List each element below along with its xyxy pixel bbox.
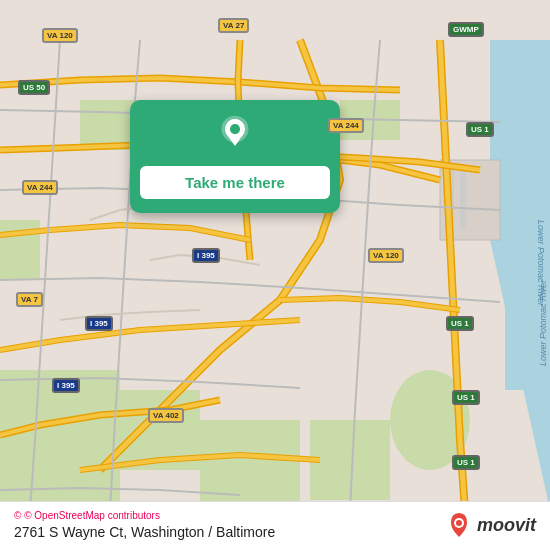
shield-us1-mid: US 1 — [446, 316, 474, 331]
popup-card: Take me there — [130, 100, 340, 213]
shield-i395-mid: I 395 — [192, 248, 220, 263]
shield-va244-left: VA 244 — [22, 180, 58, 195]
address-text: 2761 S Wayne Ct, Washington / Baltimore — [14, 524, 275, 540]
moovit-logo: moovit — [445, 511, 536, 539]
shield-va7: VA 7 — [16, 292, 43, 307]
shield-us1-lower1: US 1 — [452, 390, 480, 405]
copyright-symbol: © — [14, 510, 21, 521]
shield-i395-lower: I 395 — [85, 316, 113, 331]
footer-left: © © OpenStreetMap contributors 2761 S Wa… — [14, 510, 275, 540]
shield-va27: VA 27 — [218, 18, 249, 33]
shield-us50: US 50 — [18, 80, 50, 95]
shield-va120-mid: VA 120 — [368, 248, 404, 263]
shield-i395-bottom: I 395 — [52, 378, 80, 393]
location-pin-icon — [214, 114, 256, 156]
svg-rect-7 — [310, 420, 390, 500]
svg-rect-10 — [460, 170, 466, 230]
footer: © © OpenStreetMap contributors 2761 S Wa… — [0, 501, 550, 550]
shield-va120-top: VA 120 — [42, 28, 78, 43]
moovit-pin-icon — [445, 511, 473, 539]
svg-point-16 — [456, 520, 462, 526]
shield-us1-lower2: US 1 — [452, 455, 480, 470]
water-label-display: Lower Potomac River — [536, 220, 546, 306]
attribution: © © OpenStreetMap contributors — [14, 510, 275, 521]
svg-point-14 — [230, 124, 240, 134]
svg-rect-6 — [200, 420, 300, 510]
shield-us1-top: US 1 — [466, 122, 494, 137]
moovit-text: moovit — [477, 515, 536, 536]
shield-va402: VA 402 — [148, 408, 184, 423]
attribution-text: © OpenStreetMap contributors — [24, 510, 160, 521]
shield-gwmp: GWMP — [448, 22, 484, 37]
map-container: VA 120 VA 27 GWMP US 50 VA 244 US 1 VA 2… — [0, 0, 550, 550]
take-me-there-button[interactable]: Take me there — [140, 166, 330, 199]
shield-va244-top: VA 244 — [328, 118, 364, 133]
